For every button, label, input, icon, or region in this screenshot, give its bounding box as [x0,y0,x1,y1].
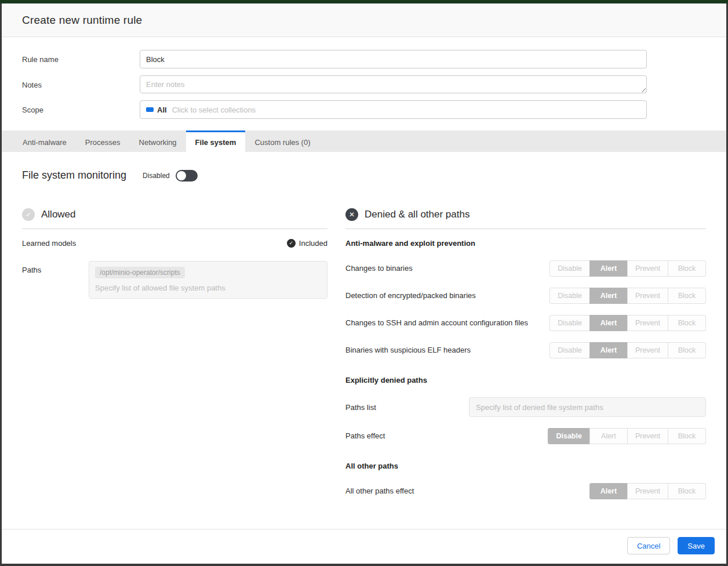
effect-option-disable[interactable]: Disable [548,428,589,444]
effect-option-alert[interactable]: Alert [589,342,628,358]
ssh-admin-config-row: Changes to SSH and admin account configu… [345,315,706,331]
dialog-header: Create new runtime rule [2,3,726,37]
save-button[interactable]: Save [678,537,715,554]
effect-option-alert[interactable]: Alert [589,428,628,444]
included-label: Included [299,239,327,248]
allowed-path-chip: /opt/minio-operator/scripts [95,267,185,278]
tab-custom-rules[interactable]: Custom rules (0) [245,130,319,152]
effect-option-prevent[interactable]: Prevent [627,342,668,358]
scope-collections-input[interactable]: All Click to select collections [140,100,647,119]
all-other-paths-effect-label: All other paths effect [345,485,414,497]
effect-option-prevent[interactable]: Prevent [627,483,668,499]
monitoring-header: File system monitoring Disabled [22,169,706,182]
effect-option-disable[interactable]: Disable [549,342,590,358]
effect-option-alert[interactable]: Alert [589,315,628,331]
denied-title: Denied & all other paths [365,209,469,220]
effect-option-alert[interactable]: Alert [589,260,628,277]
scope-row: Scope All Click to select collections [22,100,647,119]
rule-name-row: Rule name [22,50,647,68]
toggle-state-label: Disabled [143,172,170,180]
allowed-title: Allowed [41,209,76,220]
create-runtime-rule-dialog: Create new runtime rule Rule name Notes … [2,3,726,564]
effect-option-disable[interactable]: Disable [549,315,590,331]
allowed-section: ✓ Allowed Learned models ✓ Included Path… [22,208,327,510]
encrypted-packed-binaries-label: Detection of encrypted/packed binaries [345,290,476,302]
check-circle-icon: ✓ [22,208,35,221]
effect-option-block[interactable]: Block [668,315,706,331]
paths-effect-label: Paths effect [345,430,385,442]
effect-option-block[interactable]: Block [668,288,706,304]
notes-input[interactable] [140,75,647,93]
effect-option-block[interactable]: Block [668,428,706,444]
collection-icon [146,107,154,112]
file-system-monitoring-toggle[interactable] [176,170,198,182]
tab-file-system[interactable]: File system [186,130,246,152]
allowed-paths-label: Paths [22,261,89,299]
notes-row: Notes [22,75,647,93]
monitoring-title: File system monitoring [22,169,126,182]
check-circle-icon: ✓ [287,239,296,248]
effect-option-disable[interactable]: Disable [549,260,590,277]
scope-placeholder: Click to select collections [172,106,256,114]
paths-effect-row: Paths effect DisableAlertPreventBlock [345,428,706,444]
denied-section: ✕ Denied & all other paths Anti-malware … [345,208,706,510]
cancel-button[interactable]: Cancel [627,537,670,554]
suspicious-elf-headers-label: Binaries with suspicious ELF headers [345,344,471,356]
antimalware-heading: Anti-malware and exploit prevention [345,239,706,248]
encrypted-packed-binaries-effect-group: DisableAlertPreventBlock [549,288,706,304]
dialog-footer: Cancel Save [2,529,726,564]
changes-to-binaries-row: Changes to binaries DisableAlertPreventB… [345,260,706,277]
rule-name-input[interactable] [140,50,647,68]
allowed-paths-placeholder: Specify list of allowed file system path… [95,284,321,292]
tab-processes[interactable]: Processes [76,130,130,152]
scope-chip-label: All [157,106,167,114]
learned-models-label: Learned models [22,239,76,248]
scope-chip-all: All [146,106,167,114]
rule-tabs: Anti-malware Processes Networking File s… [2,130,726,152]
effect-option-disable[interactable]: Disable [549,288,590,304]
effect-option-prevent[interactable]: Prevent [627,288,668,304]
effect-option-prevent[interactable]: Prevent [627,315,668,331]
effect-option-alert[interactable]: Alert [589,288,628,304]
effect-option-alert[interactable]: Alert [589,483,628,499]
rule-name-label: Rule name [22,50,140,64]
learned-models-row: Learned models ✓ Included [22,239,327,248]
tab-networking[interactable]: Networking [130,130,186,152]
effect-option-block[interactable]: Block [668,342,706,358]
all-other-paths-effect-group: AlertPreventBlock [589,483,706,499]
suspicious-elf-headers-row: Binaries with suspicious ELF headers Dis… [345,342,706,358]
ssh-admin-config-label: Changes to SSH and admin account configu… [345,317,528,329]
included-badge: ✓ Included [287,239,327,248]
denied-paths-list-row: Paths list [345,397,706,417]
rule-form: Rule name Notes Scope All Click to selec… [2,37,726,130]
scope-label: Scope [22,100,140,114]
encrypted-packed-binaries-row: Detection of encrypted/packed binaries D… [345,288,706,304]
tab-anti-malware[interactable]: Anti-malware [13,130,76,152]
x-circle-icon: ✕ [345,208,358,221]
ssh-admin-config-effect-group: DisableAlertPreventBlock [549,315,706,331]
effect-option-prevent[interactable]: Prevent [627,260,668,277]
allowed-paths-row: Paths /opt/minio-operator/scripts Specif… [22,261,327,299]
all-other-paths-heading: All other paths [345,462,706,470]
all-other-paths-effect-row: All other paths effect AlertPreventBlock [345,483,706,499]
page-title: Create new runtime rule [22,14,706,27]
paths-list-label: Paths list [345,403,469,412]
effect-option-block[interactable]: Block [668,483,706,499]
allowed-paths-input[interactable]: /opt/minio-operator/scripts Specify list… [89,261,327,299]
effect-option-block[interactable]: Block [668,260,706,277]
effect-option-prevent[interactable]: Prevent [627,428,668,444]
denied-paths-input[interactable] [469,397,706,417]
changes-to-binaries-label: Changes to binaries [345,263,413,274]
notes-label: Notes [22,75,140,89]
explicitly-denied-paths-heading: Explicitly denied paths [345,376,706,384]
file-system-panel: File system monitoring Disabled ✓ Allowe… [2,152,726,510]
suspicious-elf-headers-effect-group: DisableAlertPreventBlock [549,342,706,358]
changes-to-binaries-effect-group: DisableAlertPreventBlock [549,260,706,277]
paths-effect-group: DisableAlertPreventBlock [548,428,706,444]
toggle-knob [177,171,186,180]
